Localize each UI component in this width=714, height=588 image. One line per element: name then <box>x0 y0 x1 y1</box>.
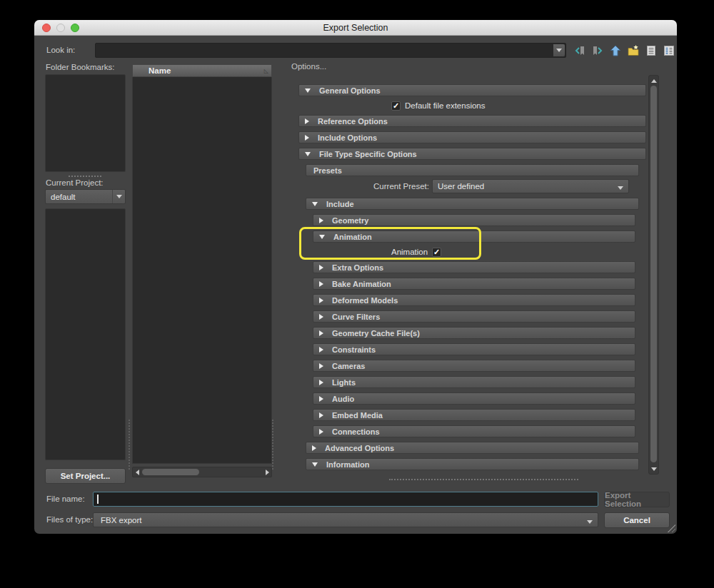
default-file-extensions-checkbox[interactable]: ✓ <box>391 101 401 111</box>
chevron-right-icon <box>319 265 323 270</box>
checkbox-label: Animation <box>391 248 428 256</box>
bookmark-forward-icon[interactable] <box>590 44 604 57</box>
chevron-right-icon <box>319 363 323 369</box>
folder-bookmarks-list[interactable] <box>45 74 126 172</box>
section-label: File Type Specific Options <box>319 150 417 158</box>
list-view-icon[interactable] <box>644 44 658 57</box>
splitter-handle[interactable] <box>69 176 101 177</box>
details-view-icon[interactable] <box>662 44 675 57</box>
name-column-header[interactable]: Name ◺ <box>132 64 272 77</box>
section-label: Include <box>326 200 354 208</box>
titlebar[interactable]: Export Selection <box>34 20 677 36</box>
section-geometry-cache-file-s[interactable]: Geometry Cache File(s) <box>313 327 635 339</box>
chevron-right-icon <box>305 118 309 124</box>
chevron-right-icon <box>319 380 323 385</box>
scroll-down-icon[interactable] <box>649 465 658 473</box>
text-caret <box>97 495 99 504</box>
section-animation[interactable]: Animation <box>313 230 635 243</box>
vertical-scrollbar[interactable] <box>648 75 659 475</box>
look-in-dropdown[interactable] <box>95 43 566 58</box>
set-project-button[interactable]: Set Project... <box>45 468 126 484</box>
chevron-right-icon <box>319 396 323 402</box>
section-reference-options[interactable]: Reference Options <box>298 115 646 127</box>
window-title: Export Selection <box>323 23 388 33</box>
zoom-button[interactable] <box>71 24 79 32</box>
checkbox-label: Default file extensions <box>405 101 486 110</box>
section-presets[interactable]: Presets <box>306 164 639 176</box>
section-label: Cameras <box>332 362 365 370</box>
chevron-right-icon <box>312 445 316 451</box>
section-include[interactable]: Include <box>306 198 639 210</box>
section-extra-options[interactable]: Extra Options <box>313 261 635 273</box>
vertical-scroll-thumb[interactable] <box>650 86 657 462</box>
section-label: Connections <box>332 427 380 436</box>
files-of-type-dropdown[interactable]: FBX export <box>93 512 598 527</box>
checkbox-row-animation: Animation✓ <box>296 247 646 257</box>
section-deformed-models[interactable]: Deformed Models <box>313 294 635 306</box>
section-connections[interactable]: Connections <box>313 425 635 437</box>
look-in-label: Look in: <box>46 46 75 54</box>
vertical-splitter-handle[interactable] <box>272 420 273 470</box>
current-preset-row: Current Preset:User defined <box>296 179 646 193</box>
file-name-label: File name: <box>46 495 85 503</box>
current-project-dropdown[interactable]: default <box>45 189 126 204</box>
minimize-button[interactable] <box>56 24 65 32</box>
section-label: Include Options <box>318 133 377 142</box>
section-geometry[interactable]: Geometry <box>313 214 635 226</box>
bookmark-back-icon[interactable] <box>573 44 586 57</box>
files-of-type-label: Files of type: <box>46 515 93 524</box>
section-bake-animation[interactable]: Bake Animation <box>313 278 635 290</box>
scroll-left-icon[interactable] <box>133 470 141 475</box>
section-embed-media[interactable]: Embed Media <box>313 409 635 421</box>
section-audio[interactable]: Audio <box>313 392 635 405</box>
file-list-area[interactable] <box>132 77 272 464</box>
sort-indicator-icon: ◺ <box>264 68 271 74</box>
section-label: General Options <box>319 86 381 95</box>
close-button[interactable] <box>42 24 51 32</box>
cancel-button[interactable]: Cancel <box>604 512 670 528</box>
chevron-right-icon <box>319 330 323 336</box>
folder-bookmarks-label: Folder Bookmarks: <box>46 63 115 71</box>
section-general-options[interactable]: General Options <box>298 84 646 96</box>
section-advanced-options[interactable]: Advanced Options <box>306 442 639 454</box>
splitter-handle[interactable] <box>389 479 578 480</box>
section-label: Geometry Cache File(s) <box>332 329 420 338</box>
section-label: Curve Filters <box>332 313 380 321</box>
current-preset-value: User defined <box>433 182 618 191</box>
section-label: Lights <box>332 378 356 387</box>
export-selection-button[interactable]: Export Selection <box>604 492 670 507</box>
section-cameras[interactable]: Cameras <box>313 360 635 372</box>
file-name-input[interactable] <box>93 492 598 507</box>
export-selection-dialog: Export Selection Look in: Folder Bookmar… <box>34 20 677 534</box>
chevron-down-icon <box>587 520 593 524</box>
section-label: Extra Options <box>332 263 383 272</box>
look-in-arrow-button[interactable] <box>553 44 565 56</box>
new-folder-icon[interactable] <box>626 44 640 57</box>
animation-checkbox[interactable]: ✓ <box>432 248 441 257</box>
scroll-up-icon[interactable] <box>649 76 658 85</box>
current-preset-dropdown[interactable]: User defined <box>432 179 629 193</box>
chevron-right-icon <box>319 412 323 418</box>
section-information[interactable]: Information <box>306 458 639 470</box>
chevron-right-icon <box>319 218 323 223</box>
project-files-list[interactable] <box>45 208 126 460</box>
section-lights[interactable]: Lights <box>313 376 635 388</box>
chevron-down-icon <box>305 88 311 93</box>
vertical-splitter-handle[interactable] <box>129 420 130 470</box>
section-label: Deformed Models <box>332 296 398 305</box>
section-label: Animation <box>333 233 372 241</box>
horizontal-scrollbar[interactable] <box>132 467 272 477</box>
files-of-type-value: FBX export <box>94 516 587 524</box>
up-directory-icon[interactable] <box>608 44 622 57</box>
section-file-type-specific-options[interactable]: File Type Specific Options <box>298 148 646 160</box>
section-label: Audio <box>332 395 354 403</box>
chevron-right-icon <box>319 347 323 353</box>
section-include-options[interactable]: Include Options <box>298 131 646 143</box>
scroll-right-icon[interactable] <box>263 470 271 475</box>
horizontal-scroll-thumb[interactable] <box>142 469 199 475</box>
chevron-down-icon <box>312 202 318 206</box>
section-constraints[interactable]: Constraints <box>313 343 635 355</box>
section-label: Geometry <box>332 216 368 225</box>
section-label: Reference Options <box>318 117 388 126</box>
section-curve-filters[interactable]: Curve Filters <box>313 310 635 323</box>
